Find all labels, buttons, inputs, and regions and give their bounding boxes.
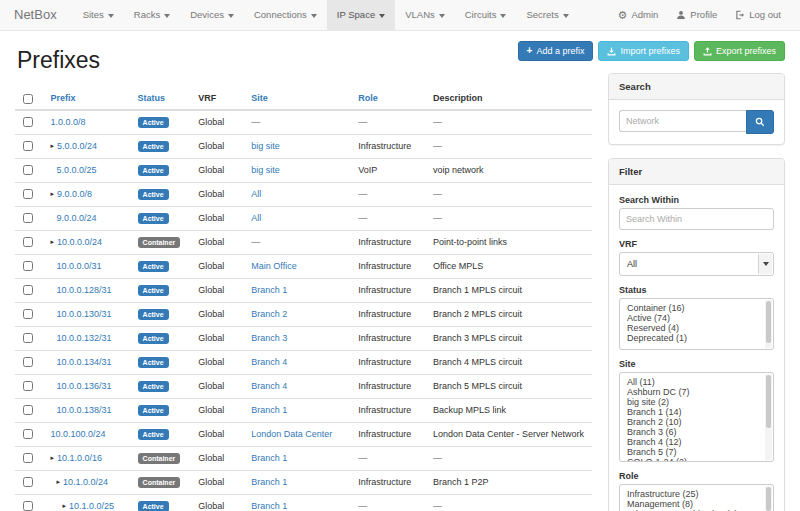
row-checkbox[interactable] [23, 333, 33, 343]
listbox-option[interactable]: COLO-1-24 (2) [627, 457, 761, 462]
site-link[interactable]: London Data Center [251, 429, 332, 439]
listbox-option[interactable]: Branch 3 (6) [627, 427, 761, 437]
nav-item-racks[interactable]: Racks [124, 0, 180, 30]
listbox-option[interactable]: Management (8) [627, 499, 761, 509]
search-within-input[interactable] [619, 208, 774, 230]
profile-link[interactable]: Profile [667, 0, 726, 30]
export-prefixes-button[interactable]: Export prefixes [694, 41, 785, 61]
row-checkbox[interactable] [23, 117, 33, 127]
prefix-link[interactable]: 1.0.0.0/8 [50, 117, 85, 127]
prefix-link[interactable]: 10.0.0.128/31 [56, 285, 111, 295]
nav-item-connections[interactable]: Connections [244, 0, 327, 30]
prefix-link[interactable]: 10.0.0.134/31 [56, 357, 111, 367]
table-row: 9.0.0.0/24ActiveGlobalAll—— [15, 206, 592, 230]
listbox-option[interactable]: Branch 5 (7) [627, 447, 761, 457]
row-checkbox[interactable] [23, 309, 33, 319]
row-checkbox[interactable] [23, 261, 33, 271]
scrollbar-thumb[interactable] [766, 375, 771, 428]
prefix-link[interactable]: 5.0.0.0/25 [56, 165, 96, 175]
listbox-option[interactable]: Branch 1 (14) [627, 407, 761, 417]
site-link[interactable]: Branch 2 [251, 309, 287, 319]
scrollbar[interactable] [765, 486, 772, 511]
logout-link[interactable]: Log out [726, 0, 790, 30]
column-header-role[interactable]: Role [358, 93, 378, 103]
column-header-prefix[interactable]: Prefix [50, 93, 75, 103]
listbox-option[interactable]: Branch 2 (10) [627, 417, 761, 427]
prefix-link[interactable]: 10.0.0.0/24 [57, 237, 102, 247]
prefix-link[interactable]: 10.1.0.0/16 [57, 453, 102, 463]
row-checkbox[interactable] [23, 165, 33, 175]
nav-item-vlans[interactable]: VLANs [395, 0, 455, 30]
site-link[interactable]: Branch 3 [251, 333, 287, 343]
prefix-link[interactable]: 9.0.0.0/24 [56, 213, 96, 223]
search-button[interactable] [746, 110, 774, 134]
nav-item-ip-space[interactable]: IP Space [327, 0, 395, 30]
scrollbar[interactable] [765, 300, 772, 348]
search-input[interactable] [619, 110, 746, 132]
page-actions: + Add a prefix Import prefixes Export pr… [518, 41, 785, 61]
scrollbar-thumb[interactable] [766, 301, 771, 343]
nav-item-circuits[interactable]: Circuits [455, 0, 517, 30]
prefix-link[interactable]: 10.0.0.130/31 [56, 309, 111, 319]
listbox-option[interactable]: Deprecated (1) [627, 333, 761, 343]
select-all-checkbox[interactable] [23, 94, 33, 104]
row-checkbox[interactable] [23, 501, 33, 511]
row-checkbox[interactable] [23, 477, 33, 487]
import-prefixes-button[interactable]: Import prefixes [598, 41, 689, 61]
row-checkbox[interactable] [23, 189, 33, 199]
listbox-option[interactable]: big site (2) [627, 397, 761, 407]
nav-item-devices[interactable]: Devices [180, 0, 244, 30]
row-checkbox[interactable] [23, 381, 33, 391]
prefix-link[interactable]: 10.0.0.136/31 [56, 381, 111, 391]
row-checkbox[interactable] [23, 285, 33, 295]
add-prefix-button[interactable]: + Add a prefix [518, 41, 594, 61]
prefix-link[interactable]: 10.1.0.0/25 [69, 501, 114, 511]
role-listbox[interactable]: Infrastructure (25)Management (8)Private… [619, 484, 774, 511]
prefix-link[interactable]: 10.0.0.138/31 [56, 405, 111, 415]
brand-logo[interactable]: NetBox [10, 0, 67, 30]
row-checkbox[interactable] [23, 453, 33, 463]
row-checkbox[interactable] [23, 357, 33, 367]
site-link[interactable]: Branch 1 [251, 405, 287, 415]
site-link[interactable]: big site [251, 165, 280, 175]
status-listbox[interactable]: Container (16)Active (74)Reserved (4)Dep… [619, 298, 774, 350]
scrollbar-thumb[interactable] [766, 487, 771, 511]
prefix-link[interactable]: 10.0.0.132/31 [56, 333, 111, 343]
row-checkbox[interactable] [23, 237, 33, 247]
listbox-option[interactable]: Reserved (4) [627, 323, 761, 333]
site-link[interactable]: big site [251, 141, 280, 151]
row-checkbox[interactable] [23, 213, 33, 223]
prefix-link[interactable]: 10.1.0.0/24 [63, 477, 108, 487]
select-dropdown-strip[interactable] [758, 254, 772, 274]
site-link[interactable]: All [251, 213, 261, 223]
column-header-status[interactable]: Status [138, 93, 166, 103]
listbox-option[interactable]: Branch 4 (12) [627, 437, 761, 447]
listbox-option[interactable]: Ashburn DC (7) [627, 387, 761, 397]
site-link[interactable]: Main Office [251, 261, 296, 271]
prefix-link[interactable]: 9.0.0.0/8 [57, 189, 92, 199]
row-checkbox[interactable] [23, 141, 33, 151]
site-link[interactable]: Branch 4 [251, 357, 287, 367]
listbox-option[interactable]: Active (74) [627, 313, 761, 323]
prefix-link[interactable]: 10.0.0.0/31 [56, 261, 101, 271]
listbox-option[interactable]: Infrastructure (25) [627, 489, 761, 499]
vrf-select[interactable]: All [619, 252, 774, 276]
site-link[interactable]: All [251, 189, 261, 199]
site-link[interactable]: Branch 1 [251, 285, 287, 295]
site-link[interactable]: Branch 4 [251, 381, 287, 391]
row-checkbox[interactable] [23, 405, 33, 415]
site-link[interactable]: Branch 1 [251, 453, 287, 463]
prefix-link[interactable]: 5.0.0.0/24 [57, 141, 97, 151]
prefix-link[interactable]: 10.0.100.0/24 [50, 429, 105, 439]
admin-link[interactable]: ⚙ Admin [609, 0, 668, 30]
nav-item-sites[interactable]: Sites [73, 0, 124, 30]
site-link[interactable]: Branch 1 [251, 477, 287, 487]
scrollbar[interactable] [765, 374, 772, 460]
column-header-site[interactable]: Site [251, 93, 268, 103]
site-listbox[interactable]: All (11)Ashburn DC (7)big site (2)Branch… [619, 372, 774, 462]
site-link[interactable]: Branch 1 [251, 501, 287, 511]
listbox-option[interactable]: Container (16) [627, 303, 761, 313]
nav-item-secrets[interactable]: Secrets [516, 0, 578, 30]
row-checkbox[interactable] [23, 429, 33, 439]
listbox-option[interactable]: All (11) [627, 377, 761, 387]
